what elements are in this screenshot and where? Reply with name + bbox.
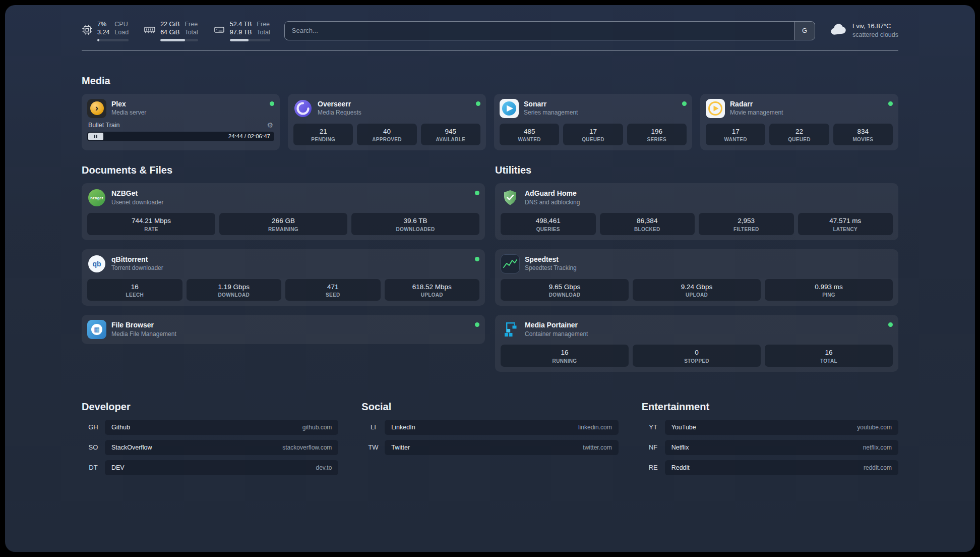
cloud-icon <box>829 21 847 41</box>
memory-widget: 22 GiB 64 GiB Free Total <box>144 20 198 41</box>
bookmark-item-stackoverflow[interactable]: SO StackOverflow stackoverflow.com <box>82 440 338 455</box>
stat-tile: 16 TOTAL <box>765 345 893 367</box>
stat-label: DOWNLOADED <box>352 227 478 232</box>
disk-progress-bar <box>230 39 270 41</box>
stat-label: RATE <box>88 227 214 232</box>
stat-value: 471 <box>286 283 380 292</box>
bookmark-item-reddit[interactable]: RE Reddit reddit.com <box>642 460 898 475</box>
disk-total: 97.9 TB <box>230 28 252 36</box>
disk-free: 52.4 TB <box>230 20 252 28</box>
search-provider-button[interactable]: G <box>794 22 815 40</box>
bookmark-item-netflix[interactable]: NF Netflix netflix.com <box>642 440 898 455</box>
bookmark-abbr: TW <box>361 443 385 451</box>
stat-tile: 0 STOPPED <box>633 345 761 367</box>
service-card-radarr[interactable]: Radarr Movie management 17 WANTED 22 QUE… <box>700 94 898 151</box>
bookmark-name: Reddit <box>671 464 690 471</box>
service-card-filebrowser[interactable]: ▦ File Browser Media File Management <box>82 315 485 344</box>
stat-tile: 471 SEED <box>285 279 381 301</box>
status-dot <box>475 191 479 195</box>
stat-label: DOWNLOAD <box>502 292 628 298</box>
pause-button[interactable] <box>88 133 103 140</box>
stat-label: RUNNING <box>502 358 628 364</box>
top-bar: 7% 3.24 CPU Load <box>82 20 898 41</box>
cpu-load-label: Load <box>114 28 129 36</box>
service-card-overseerr[interactable]: Overseerr Media Requests 21 PENDING 40 A… <box>288 94 486 151</box>
stat-tile: 47.571 ms LATENCY <box>798 213 893 235</box>
bookmark-name: LinkedIn <box>391 424 415 431</box>
stat-label: UPLOAD <box>386 292 479 298</box>
stat-label: PENDING <box>294 137 352 142</box>
stat-value: 86,384 <box>601 216 694 226</box>
stat-value: 618.52 Mbps <box>386 283 479 292</box>
status-dot <box>888 101 893 106</box>
service-card-qbittorrent[interactable]: qb qBittorrent Torrent downloader 16 LEE… <box>82 249 485 306</box>
memory-free: 22 GiB <box>160 20 179 28</box>
bookmarks-section: Developer GH Github github.com SO StackO… <box>82 401 898 475</box>
bookmark-url: dev.to <box>316 464 332 471</box>
service-subtitle: Media File Management <box>111 330 470 338</box>
memory-total-label: Total <box>185 28 198 36</box>
stat-label: FILTERED <box>700 227 793 232</box>
stat-value: 834 <box>834 127 892 136</box>
bookmark-item-github[interactable]: GH Github github.com <box>82 420 338 435</box>
service-card-adguard[interactable]: AdGuard Home DNS and adblocking 498,461 … <box>495 183 898 240</box>
service-name: Plex <box>111 100 265 109</box>
stat-tile: 16 RUNNING <box>501 345 629 367</box>
stat-tile: 618.52 Mbps UPLOAD <box>385 279 480 301</box>
bookmark-item-twitter[interactable]: TW Twitter twitter.com <box>361 440 618 455</box>
stat-value: 47.571 ms <box>799 216 892 226</box>
service-name: Media Portainer <box>525 321 883 330</box>
service-subtitle: Movie management <box>730 108 883 117</box>
service-card-nzbget[interactable]: nzbget NZBGet Usenet downloader 744.21 M… <box>82 183 485 240</box>
stat-value: 17 <box>564 127 622 136</box>
stat-tile: 834 MOVIES <box>833 124 893 146</box>
stat-value: 0 <box>634 348 760 357</box>
memory-free-label: Free <box>185 20 198 28</box>
bookmark-name: DEV <box>111 464 125 471</box>
bookmark-group-title: Social <box>361 401 618 413</box>
player-progress-bar[interactable]: 24:44 / 02:06:47 <box>87 132 274 141</box>
gear-icon[interactable]: ⚙ <box>267 122 273 129</box>
service-card-sonarr[interactable]: Sonarr Series management 485 WANTED 17 Q… <box>494 94 692 151</box>
cpu-widget: 7% 3.24 CPU Load <box>82 20 129 41</box>
stat-label: SEED <box>286 292 380 298</box>
bookmark-url: twitter.com <box>583 444 611 451</box>
bookmark-item-dev[interactable]: DT DEV dev.to <box>82 460 338 475</box>
service-name: qBittorrent <box>111 255 470 264</box>
memory-progress-bar <box>160 39 198 41</box>
stat-label: DOWNLOAD <box>188 292 281 298</box>
stat-value: 21 <box>294 127 352 136</box>
stat-label: APPROVED <box>358 137 415 142</box>
bookmark-group-title: Entertainment <box>642 401 898 413</box>
stat-value: 17 <box>707 127 764 136</box>
search-input[interactable] <box>285 22 794 40</box>
service-name: Radarr <box>730 100 883 109</box>
stat-value: 9.24 Gbps <box>634 283 760 292</box>
topbar-divider <box>82 50 898 51</box>
status-dot <box>475 322 479 327</box>
memory-icon <box>144 24 156 38</box>
stat-label: AVAILABLE <box>422 137 479 142</box>
stat-tile: 17 QUEUED <box>563 124 623 146</box>
stat-tile: 17 WANTED <box>706 124 765 146</box>
stat-value: 2,953 <box>700 216 793 226</box>
bookmark-item-youtube[interactable]: YT YouTube youtube.com <box>642 420 898 435</box>
portainer-icon <box>501 320 520 339</box>
stat-label: PING <box>766 292 892 298</box>
stat-tile: 16 LEECH <box>87 279 182 301</box>
sonarr-icon <box>500 99 519 118</box>
overseerr-icon <box>293 99 313 118</box>
section-title-documents: Documents & Files <box>82 164 485 176</box>
section-title-media: Media <box>82 75 898 87</box>
service-card-plex[interactable]: › Plex Media server Bullet Train ⚙ <box>82 94 280 151</box>
adguard-icon <box>501 188 520 207</box>
stat-label: MOVIES <box>834 137 892 142</box>
resource-widgets: 7% 3.24 CPU Load <box>82 20 270 41</box>
bookmark-item-linkedin[interactable]: LI LinkedIn linkedin.com <box>361 420 618 435</box>
service-card-speedtest[interactable]: Speedtest Speedtest Tracking 9.65 Gbps D… <box>495 249 898 306</box>
service-name: File Browser <box>111 321 470 330</box>
service-card-portainer[interactable]: Media Portainer Container management 16 … <box>495 315 898 372</box>
stat-value: 1.19 Gbps <box>188 283 281 292</box>
cpu-progress-bar <box>97 39 129 41</box>
bookmark-group-title: Developer <box>82 401 338 413</box>
